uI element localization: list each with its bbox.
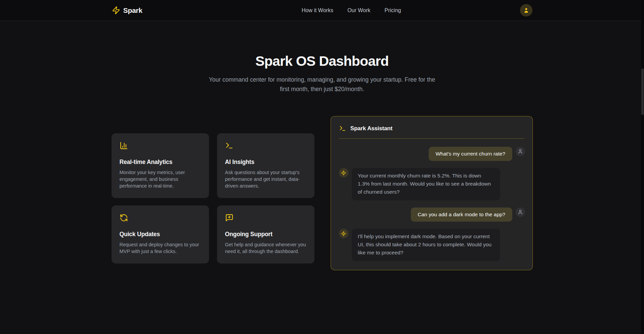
feature-card-quick-updates: Quick Updates Request and deploy changes… <box>112 205 209 263</box>
feature-card-ongoing-support: Ongoing Support Get help and guidance wh… <box>217 205 314 263</box>
user-message-bubble: What's my current churn rate? <box>429 147 512 161</box>
feature-description: Ask questions about your startup's perfo… <box>225 169 307 189</box>
feature-title: AI Insights <box>225 159 307 166</box>
page-scrollbar-track <box>641 0 644 334</box>
feature-title: Real-time Analytics <box>120 159 202 166</box>
page: Spark How it Works Our Work Pricing Spar… <box>0 0 644 334</box>
user-icon <box>518 210 523 215</box>
chat-message-user: What's my current churn rate? <box>339 147 525 161</box>
user-avatar <box>516 147 525 156</box>
nav-link-our-work[interactable]: Our Work <box>347 7 370 13</box>
feature-card-realtime-analytics: Real-time Analytics Monitor your key met… <box>112 133 209 198</box>
user-message-bubble: Can you add a dark mode to the app? <box>411 207 512 222</box>
hero-subtitle: Your command center for monitoring, mana… <box>206 75 438 94</box>
nav-links: How it Works Our Work Pricing <box>302 7 401 13</box>
nav-link-how-it-works[interactable]: How it Works <box>302 7 333 13</box>
feature-title: Quick Updates <box>120 231 202 238</box>
user-icon <box>518 149 523 154</box>
chat-message-assistant: Your current monthly churn rate is 5.2%.… <box>339 168 525 200</box>
assistant-message-bubble: Your current monthly churn rate is 5.2%.… <box>352 168 500 200</box>
assistant-message-bubble: I'll help you implement dark mode. Based… <box>352 229 500 261</box>
account-avatar-button[interactable] <box>520 4 532 17</box>
feature-description: Request and deploy changes to your MVP w… <box>120 241 202 255</box>
hero: Spark OS Dashboard Your command center f… <box>0 21 644 94</box>
zap-icon <box>112 6 120 15</box>
assistant-avatar <box>339 168 348 177</box>
main-content: Real-time Analytics Monitor your key met… <box>112 116 533 270</box>
user-icon <box>523 7 529 13</box>
refresh-icon <box>120 214 128 222</box>
assistant-panel-title: Spark Assistant <box>350 125 393 132</box>
page-title: Spark OS Dashboard <box>0 53 644 69</box>
feature-description: Monitor your key metrics, user engagemen… <box>120 169 202 189</box>
brand-logo[interactable]: Spark <box>112 6 143 15</box>
nav-link-pricing[interactable]: Pricing <box>385 7 401 13</box>
assistant-panel-header: Spark Assistant <box>331 116 532 138</box>
feature-description: Get help and guidance whenever you need … <box>225 241 307 255</box>
chat-message-user: Can you add a dark mode to the app? <box>339 207 525 222</box>
bar-chart-icon <box>120 141 128 150</box>
feature-card-ai-insights: AI Insights Ask questions about your sta… <box>217 133 314 198</box>
chat-message-assistant: I'll help you implement dark mode. Based… <box>339 229 525 261</box>
navbar: Spark How it Works Our Work Pricing <box>0 0 644 21</box>
user-avatar <box>516 207 525 217</box>
spark-assistant-panel: Spark Assistant What's my current churn … <box>331 116 533 270</box>
feature-title: Ongoing Support <box>225 231 307 238</box>
features-grid: Real-time Analytics Monitor your key met… <box>112 133 314 263</box>
brand-name: Spark <box>123 6 143 15</box>
terminal-icon <box>225 141 234 150</box>
page-scrollbar-thumb[interactable] <box>641 68 644 115</box>
zap-icon <box>341 170 346 175</box>
message-square-plus-icon <box>225 214 234 222</box>
chat-messages: What's my current churn rate? Your curre… <box>331 139 532 270</box>
terminal-icon <box>339 125 346 132</box>
assistant-avatar <box>339 229 348 238</box>
zap-icon <box>341 231 346 236</box>
